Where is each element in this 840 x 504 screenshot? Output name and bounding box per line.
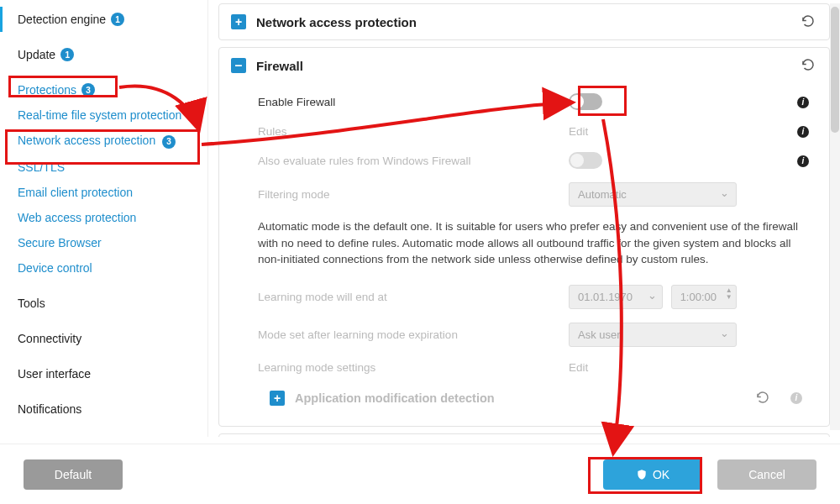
row-learning-settings: Learning mode settings Edit [258, 354, 814, 382]
info-icon[interactable]: i [797, 97, 809, 108]
info-icon[interactable]: i [790, 392, 802, 404]
link-learning-settings-edit[interactable]: Edit [569, 361, 588, 374]
sidebar-label: Notifications [18, 402, 81, 416]
panel-title: Network access protection [256, 15, 417, 29]
info-icon[interactable]: i [797, 126, 809, 138]
sidebar-item-update[interactable]: Update 1 [0, 42, 207, 67]
badge: 1 [111, 13, 124, 26]
default-button[interactable]: Default [24, 459, 123, 490]
sidebar-label: SSL/TLS [18, 160, 65, 174]
cancel-button[interactable]: Cancel [717, 459, 816, 490]
shield-icon [636, 469, 648, 480]
subsection-title: Application modification detection [295, 391, 495, 405]
sidebar-item-protections[interactable]: Protections 3 [0, 77, 207, 102]
badge: 3 [81, 83, 95, 97]
revert-icon[interactable] [753, 389, 772, 407]
row-filtering-mode: Filtering mode Automatic [258, 176, 814, 213]
sidebar-item-device-control[interactable]: Device control [0, 255, 207, 281]
input-learning-end-time: 1:00:00 ▲▼ [671, 285, 737, 309]
row-learning-end: Learning mode will end at 01.01.1970 1:0… [258, 278, 814, 316]
sidebar-item-tools[interactable]: Tools [0, 291, 207, 316]
collapse-icon[interactable]: – [231, 58, 246, 73]
sidebar-label: Detection engine [18, 13, 106, 26]
content-area: + Network access protection – Firewall E… [208, 0, 840, 437]
scrollbar-track[interactable] [830, 3, 840, 430]
button-label: Default [55, 468, 92, 481]
info-icon[interactable]: i [797, 155, 809, 167]
row-rules: Rules Edit i [258, 117, 814, 145]
label-learning-end: Learning mode will end at [258, 291, 569, 303]
sidebar-label: Secure Browser [18, 236, 102, 249]
sidebar-label: Email client protection [18, 186, 133, 199]
sidebar-item-realtime[interactable]: Real-time file system protection [0, 102, 207, 128]
sidebar: Detection engine 1 Update 1 Protections … [0, 0, 208, 437]
panel-title: Firewall [256, 59, 303, 73]
button-label: OK [653, 468, 669, 481]
badge: 1 [60, 48, 74, 61]
toggle-enable-firewall[interactable] [569, 93, 602, 110]
input-learning-end-date: 01.01.1970 [569, 285, 663, 309]
expand-icon[interactable]: + [270, 391, 285, 406]
row-learning-expiration-mode: Mode set after learning mode expiration … [258, 316, 814, 354]
sidebar-label: Update [18, 48, 55, 61]
label-learning-settings: Learning mode settings [258, 361, 569, 374]
sidebar-item-ssltls[interactable]: SSL/TLS [0, 155, 207, 180]
select-learning-exp: Ask user [569, 323, 737, 347]
sidebar-label: Connectivity [18, 332, 81, 345]
label-filtering-mode: Filtering mode [258, 188, 569, 201]
sidebar-item-notifications[interactable]: Notifications [0, 396, 207, 422]
sidebar-item-email[interactable]: Email client protection [0, 180, 207, 205]
filtering-mode-description: Automatic mode is the default one. It is… [258, 213, 814, 278]
row-windows-firewall-rules: Also evaluate rules from Windows Firewal… [258, 145, 814, 176]
panel-network-attack-protection: + Network attack protection [218, 433, 830, 437]
subsection-app-modification: + Application modification detection i [258, 382, 814, 414]
sidebar-item-user-interface[interactable]: User interface [0, 361, 207, 386]
label-rules: Rules [258, 125, 569, 138]
sidebar-item-web[interactable]: Web access protection [0, 205, 207, 230]
button-label: Cancel [748, 468, 785, 481]
row-enable-firewall: Enable Firewall i [258, 87, 814, 117]
ok-button[interactable]: OK [603, 459, 702, 490]
scrollbar-thumb[interactable] [831, 7, 839, 133]
select-filtering-mode: Automatic [569, 182, 737, 207]
sidebar-item-detection-engine[interactable]: Detection engine 1 [0, 7, 207, 32]
expand-icon[interactable]: + [231, 14, 246, 29]
sidebar-label: Device control [18, 261, 92, 275]
sidebar-label: User interface [18, 367, 91, 381]
panel-network-access-protection: + Network access protection [218, 3, 830, 40]
toggle-winfw [569, 152, 602, 169]
sidebar-label: Real-time file system protection [18, 108, 181, 122]
sidebar-item-secure-browser[interactable]: Secure Browser [0, 230, 207, 255]
sidebar-label: Network access protection [18, 134, 155, 147]
sidebar-item-connectivity[interactable]: Connectivity [0, 326, 207, 351]
link-rules-edit[interactable]: Edit [569, 125, 588, 138]
sidebar-label: Tools [18, 297, 45, 310]
revert-icon[interactable] [799, 56, 817, 75]
time-value: 1:00:00 [680, 291, 717, 303]
sidebar-item-network-access-protection[interactable]: Network access protection 3 [0, 128, 207, 155]
label-learning-exp: Mode set after learning mode expiration [258, 328, 569, 341]
label-winfw: Also evaluate rules from Windows Firewal… [258, 155, 569, 167]
sidebar-label: Web access protection [18, 211, 136, 224]
footer: Default OK Cancel [0, 444, 840, 504]
sidebar-label: Protections [18, 83, 76, 97]
label-enable-firewall: Enable Firewall [258, 96, 569, 108]
revert-icon[interactable] [799, 13, 817, 31]
badge: 3 [162, 135, 176, 149]
panel-firewall: – Firewall Enable Firewall i Rules E [218, 47, 830, 427]
